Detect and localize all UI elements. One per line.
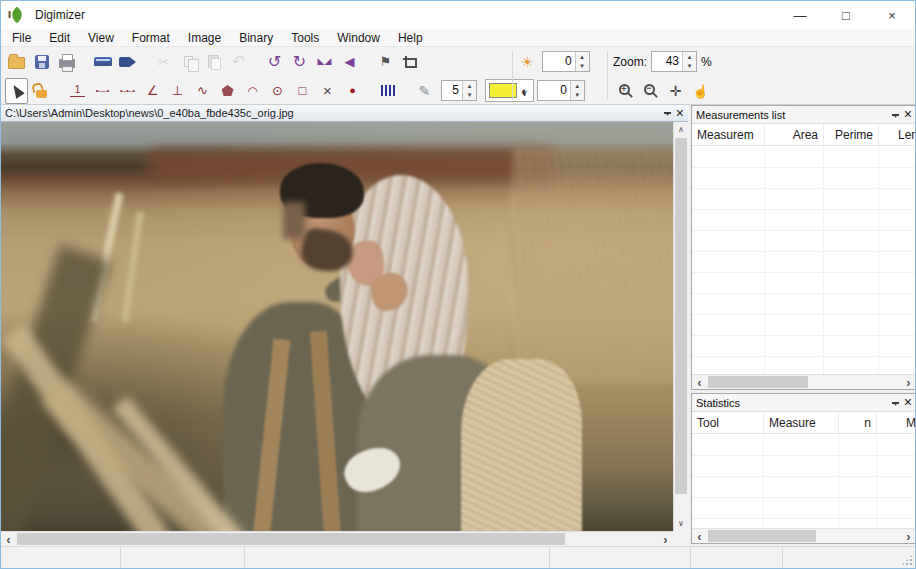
measurements-column-measurem[interactable]: Measurem (692, 124, 765, 145)
measurements-column-len[interactable]: Len (879, 124, 916, 145)
scroll-left-icon[interactable] (692, 529, 707, 543)
statistics-column-n[interactable]: n (839, 412, 877, 433)
panel-pin-icon[interactable] (892, 402, 899, 404)
measurements-horizontal-scrollbar[interactable] (692, 374, 916, 389)
brightness-spinner[interactable]: 0 (542, 51, 590, 72)
photo-man-undercut (283, 202, 305, 239)
pan-hand-button[interactable] (689, 78, 712, 104)
print-button[interactable] (55, 49, 78, 75)
measure-line-tool-button[interactable]: •—• (91, 78, 114, 104)
menu-image[interactable]: Image (179, 31, 230, 45)
zoom-in-button[interactable] (614, 78, 637, 104)
measurements-column-perime[interactable]: Perime (824, 124, 879, 145)
vertical-scroll-thumb[interactable] (675, 138, 687, 494)
table-row (692, 477, 916, 498)
save-button[interactable] (30, 49, 53, 75)
statistics-table-body[interactable] (692, 435, 916, 528)
measure-path-tool-button[interactable]: ∿ (191, 78, 214, 104)
tab-close-icon[interactable] (676, 113, 684, 114)
fit-move-button[interactable] (664, 78, 687, 104)
tab-pin-icon[interactable] (664, 112, 671, 114)
spin-down-icon[interactable] (576, 62, 589, 72)
capture-camera-button[interactable] (116, 49, 139, 75)
menu-format[interactable]: Format (123, 31, 179, 45)
spin-up-icon[interactable] (576, 52, 589, 62)
statistics-horizontal-scrollbar[interactable] (692, 528, 916, 543)
panel-pin-icon[interactable] (892, 114, 899, 116)
panel-close-icon[interactable] (904, 402, 912, 403)
measure-arc-tool-button[interactable]: ◠ (241, 78, 264, 104)
horizontal-scroll-thumb[interactable] (708, 376, 808, 388)
spin-up-icon[interactable] (463, 81, 476, 91)
measure-rectangle-tool-button[interactable]: □ (291, 78, 314, 104)
menu-window[interactable]: Window (328, 31, 389, 45)
measure-circle-tool-button[interactable]: ⊙ (266, 78, 289, 104)
marker-cross-tool-button[interactable]: × (316, 78, 339, 104)
image-horizontal-scrollbar[interactable] (1, 531, 673, 546)
rotate-left-button[interactable]: ↺ (263, 49, 286, 75)
measurements-table-body[interactable] (692, 147, 916, 374)
measurements-column-area[interactable]: Area (765, 124, 824, 145)
hand-icon (692, 83, 708, 99)
maximize-button[interactable]: □ (823, 1, 869, 29)
measure-angle-tool-button[interactable]: ∠ (141, 78, 164, 104)
menu-binary[interactable]: Binary (230, 31, 282, 45)
rotate-right-button[interactable]: ↻ (288, 49, 311, 75)
scroll-left-icon[interactable] (1, 532, 16, 546)
menu-edit[interactable]: Edit (40, 31, 79, 45)
scroll-down-icon[interactable] (674, 516, 688, 531)
scroll-up-icon[interactable] (674, 122, 688, 137)
measure-unit-length-tool-button[interactable]: 1 (66, 78, 89, 104)
status-segment-6 (783, 547, 915, 568)
statistics-column-measure[interactable]: Measure (764, 412, 839, 433)
spin-down-icon[interactable] (463, 91, 476, 101)
horizontal-scroll-thumb[interactable] (17, 533, 565, 545)
menu-help[interactable]: Help (389, 31, 432, 45)
scroll-right-icon[interactable] (901, 375, 916, 389)
close-button[interactable]: × (869, 1, 915, 29)
marker-point-tool-button[interactable]: ● (341, 78, 364, 104)
table-cell (877, 498, 916, 518)
statistics-column-tool[interactable]: Tool (692, 412, 764, 433)
status-segment-2 (121, 547, 246, 568)
flip-vertical-button[interactable]: ◀ (338, 49, 361, 75)
measure-segments-tool-button[interactable]: •–•–• (116, 78, 139, 104)
spin-up-icon[interactable] (571, 81, 584, 91)
minimize-button[interactable]: — (777, 1, 823, 29)
pen-width-spinner[interactable]: 5 (441, 80, 477, 101)
spin-down-icon[interactable] (683, 62, 696, 72)
zoom-spinner[interactable]: 43 (651, 51, 697, 72)
flip-horizontal-button[interactable]: ◣◢ (313, 49, 336, 75)
menu-tools[interactable]: Tools (282, 31, 328, 45)
pattern-area-tool-button[interactable] (377, 78, 400, 104)
marker-pen-tool-button[interactable]: ✎ (413, 78, 436, 104)
panel-close-icon[interactable] (904, 114, 912, 115)
image-tab-path[interactable]: C:\Users\Admin\Desktop\news\0_e40ba_fbde… (5, 107, 659, 119)
scroll-right-icon[interactable] (658, 532, 673, 546)
table-cell (764, 519, 839, 528)
measure-polygon-tool-icon (222, 85, 234, 96)
select-tool-button[interactable] (5, 78, 28, 104)
pattern-area-tool-icon (381, 85, 396, 96)
open-button[interactable] (5, 49, 28, 75)
scroll-right-icon[interactable] (901, 529, 916, 543)
spin-up-icon[interactable] (683, 52, 696, 62)
unlock-tool-button[interactable] (30, 78, 53, 104)
statistics-column-m[interactable]: M (877, 412, 916, 433)
table-cell (824, 252, 879, 272)
digimizer-window: Digimizer —□× FileEditViewFormatImageBin… (0, 0, 916, 569)
measure-perpendicular-tool-button[interactable]: ⊥ (166, 78, 189, 104)
image-vertical-scrollbar[interactable] (673, 122, 688, 531)
straighten-button[interactable]: ⚑ (374, 49, 397, 75)
crop-button[interactable] (399, 49, 422, 75)
menu-file[interactable]: File (3, 31, 40, 45)
scroll-left-icon[interactable] (692, 375, 707, 389)
acquire-scanner-button[interactable] (91, 49, 114, 75)
horizontal-scroll-thumb[interactable] (708, 530, 816, 542)
measure-polygon-tool-button[interactable] (216, 78, 239, 104)
zoom-out-button[interactable] (639, 78, 662, 104)
menu-view[interactable]: View (79, 31, 123, 45)
loaded-image[interactable] (1, 122, 673, 531)
contrast-spinner[interactable]: 0 (537, 80, 585, 101)
spin-down-icon[interactable] (571, 91, 584, 101)
